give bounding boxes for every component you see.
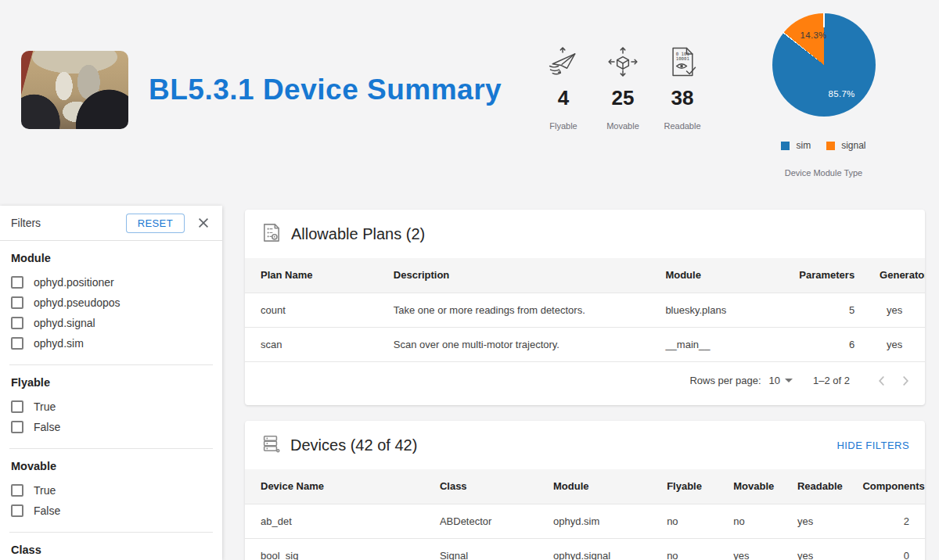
cell-module: __main__ <box>653 327 785 361</box>
cell-module: ophyd.signal <box>541 538 654 560</box>
close-icon[interactable] <box>196 215 211 231</box>
legend-label-signal: signal <box>841 140 865 151</box>
col-description: Description <box>381 258 653 293</box>
plan-document-icon <box>261 222 282 246</box>
checkbox-icon[interactable] <box>11 317 23 329</box>
cell-parameters: 6 <box>786 327 867 361</box>
cell-class: Signal <box>427 538 541 560</box>
checkbox-label: ophyd.pseudopos <box>34 296 121 309</box>
checkbox-icon[interactable] <box>11 400 23 413</box>
pie-chart: 85.7% 14.3% <box>772 13 876 117</box>
legend-item-sim: sim <box>781 140 811 151</box>
cell-readable: yes <box>785 504 850 538</box>
chevron-down-icon <box>785 379 793 382</box>
paper-plane-icon <box>534 44 593 80</box>
checkbox-ophyd-positioner[interactable]: ophyd.positioner <box>11 272 211 293</box>
device-module-chart: 85.7% 14.3% sim signal Device Module Typ… <box>759 8 888 178</box>
filter-heading-class: Class <box>11 544 211 556</box>
cell-movable: no <box>721 504 785 538</box>
plans-table-header-row: Plan Name Description Module Parameters … <box>245 258 925 293</box>
page-title: BL5.3.1 Device Summary <box>149 74 502 106</box>
plans-pagination: Rows per page: 10 1–2 of 2 <box>245 361 925 399</box>
allowable-plans-card: Allowable Plans (2) Plan Name Descriptio… <box>245 210 925 405</box>
col-parameters: Parameters <box>786 258 867 293</box>
stat-flyable-label: Flyable <box>534 121 593 131</box>
cell-movable: yes <box>721 538 785 560</box>
devices-card-title: Devices (42 of 42) <box>290 436 417 454</box>
filter-section-flyable: Flyable True False <box>0 365 222 440</box>
hide-filters-button[interactable]: HIDE FILTERS <box>836 440 909 451</box>
devices-table-row: ab_det ABDetector ophyd.sim no no yes 2 <box>245 504 925 538</box>
devices-table: Device Name Class Module Flyable Movable… <box>245 469 925 560</box>
rows-per-page-select[interactable]: 10 <box>769 375 793 386</box>
checkbox-icon[interactable] <box>11 337 23 350</box>
pie-slice-label-signal: 14.3% <box>800 31 827 40</box>
filters-title: Filters <box>11 217 41 229</box>
stat-movable: 25 Movable <box>593 44 653 131</box>
cell-readable: yes <box>785 538 850 560</box>
readable-document-icon: 0 101 10001 <box>653 44 712 80</box>
filter-section-module: Module ophyd.positioner ophyd.pseudopos … <box>0 241 222 357</box>
stat-movable-value: 25 <box>593 86 653 110</box>
move-cube-icon <box>593 44 653 80</box>
filter-section-movable: Movable True False <box>0 449 222 524</box>
col-module: Module <box>653 258 785 293</box>
checkbox-icon[interactable] <box>11 421 23 433</box>
cell-flyable: no <box>654 538 721 560</box>
col-components: Components <box>850 469 925 504</box>
checkbox-label: False <box>34 504 60 517</box>
checkbox-label: ophyd.sim <box>34 337 84 350</box>
plans-table-row: count Take one or more readings from det… <box>245 293 925 327</box>
legend-item-signal: signal <box>826 140 865 151</box>
plans-card-header: Allowable Plans (2) <box>245 210 925 258</box>
checkbox-label: ophyd.positioner <box>34 276 114 289</box>
filters-panel: Filters RESET Module ophyd.positioner op… <box>0 206 222 560</box>
checkbox-label: True <box>34 400 56 413</box>
device-rack-icon <box>261 433 281 457</box>
checkbox-ophyd-signal[interactable]: ophyd.signal <box>11 313 211 333</box>
col-module: Module <box>541 469 654 504</box>
stat-flyable: 4 Flyable <box>534 44 593 131</box>
checkbox-icon[interactable] <box>11 276 23 289</box>
devices-card-header: Devices (42 of 42) HIDE FILTERS <box>245 421 925 469</box>
checkbox-icon[interactable] <box>11 504 23 517</box>
devices-table-row: bool_sig Signal ophyd.signal no yes yes … <box>245 538 925 560</box>
chevron-right-icon[interactable] <box>894 369 917 393</box>
legend-swatch-sim <box>781 142 790 150</box>
pagination-range: 1–2 of 2 <box>813 375 850 386</box>
checkbox-label: False <box>34 421 60 433</box>
legend-label-sim: sim <box>796 140 811 151</box>
stats-row: 4 Flyable 25 Movable 0 101 <box>534 44 712 131</box>
col-movable: Movable <box>721 469 785 504</box>
col-readable: Readable <box>785 469 850 504</box>
checkbox-flyable-false[interactable]: False <box>11 417 211 437</box>
cell-plan-name: scan <box>245 327 381 361</box>
stat-readable-label: Readable <box>653 121 712 131</box>
checkbox-movable-true[interactable]: True <box>11 480 211 501</box>
cell-description: Scan over one multi-motor trajectory. <box>381 327 653 361</box>
filter-heading-movable: Movable <box>11 460 211 472</box>
filters-header: Filters RESET <box>0 206 222 241</box>
reset-filters-button[interactable]: RESET <box>126 214 185 233</box>
rows-per-page-value: 10 <box>769 375 780 386</box>
checkbox-ophyd-sim[interactable]: ophyd.sim <box>11 333 211 354</box>
plans-table-row: scan Scan over one multi-motor trajector… <box>245 327 925 361</box>
cell-generator: yes <box>867 327 925 361</box>
filter-heading-module: Module <box>11 252 211 264</box>
rows-per-page-label: Rows per page: <box>689 375 761 386</box>
checkbox-label: ophyd.signal <box>34 317 95 329</box>
pie-legend: sim signal <box>759 140 888 151</box>
checkbox-movable-false[interactable]: False <box>11 501 211 521</box>
chevron-left-icon[interactable] <box>870 369 894 393</box>
checkbox-icon[interactable] <box>11 296 23 309</box>
col-generator: Generator <box>867 258 925 293</box>
checkbox-flyable-true[interactable]: True <box>11 397 211 417</box>
stat-readable: 0 101 10001 38 Readable <box>653 44 712 131</box>
checkbox-icon[interactable] <box>11 484 23 497</box>
page-header: BL5.3.1 Device Summary 4 Flyable <box>0 0 939 202</box>
stat-readable-value: 38 <box>653 86 712 110</box>
checkbox-ophyd-pseudopos[interactable]: ophyd.pseudopos <box>11 293 211 313</box>
cell-components: 2 <box>850 504 925 538</box>
legend-swatch-signal <box>826 142 835 150</box>
col-flyable: Flyable <box>654 469 721 504</box>
